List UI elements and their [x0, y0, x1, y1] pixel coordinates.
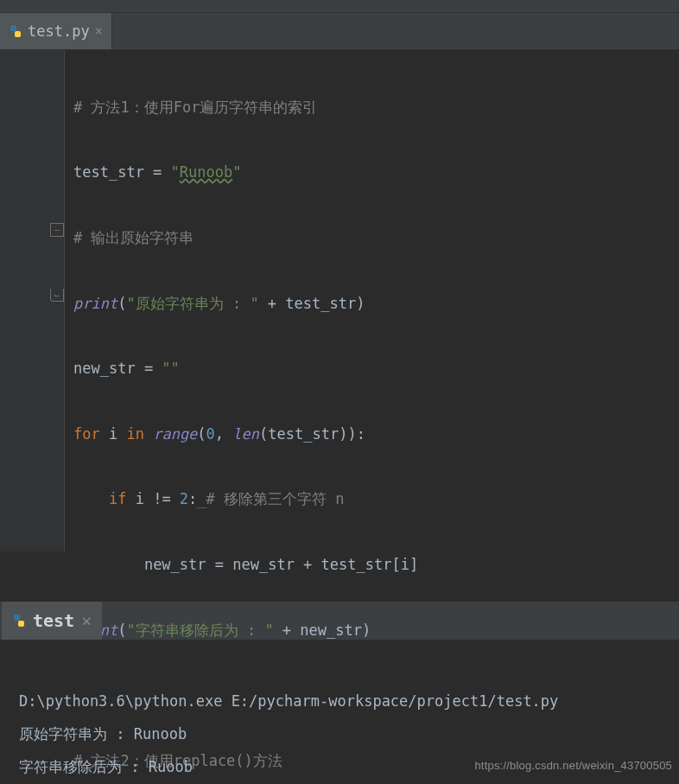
code-indent [73, 556, 144, 573]
close-icon[interactable]: × [81, 610, 92, 631]
svg-rect-2 [14, 615, 20, 621]
code-text: , [215, 425, 232, 443]
code-text: ( [117, 295, 126, 312]
code-text: + new_str) [274, 621, 371, 639]
code-text: new_str = [73, 360, 162, 377]
code-text [144, 425, 153, 443]
python-file-icon [9, 24, 22, 38]
code-builtin: range [153, 425, 197, 443]
svg-rect-3 [18, 621, 24, 627]
gutter: − ⌙ [0, 50, 65, 551]
fold-minus-icon[interactable]: − [50, 223, 64, 237]
console-line: 原始字符串为 : Runoob [19, 725, 187, 743]
console-line: 字符串移除后为 : Ruoob [19, 758, 193, 775]
tab-test-py[interactable]: test.py × [0, 13, 112, 49]
editor-area: − ⌙ # 方法1：使用For遍历字符串的索引 test_str = "Runo… [0, 49, 679, 551]
code-comment: # 方法1：使用For遍历字符串的索引 [73, 99, 317, 116]
run-tab-label: test [33, 610, 74, 631]
code-text: : [188, 490, 197, 507]
code-string: "字符串移除后为 : " [126, 621, 273, 639]
code-string: Runoob [180, 163, 232, 181]
code-number: 2 [180, 490, 188, 507]
code-indent [73, 490, 109, 507]
editor-tab-bar: test.py × [0, 13, 679, 49]
code-text: ( [117, 621, 126, 639]
code-string: "" [162, 360, 179, 377]
watermark-text: https://blog.csdn.net/weixin_43700505 [474, 759, 672, 772]
svg-rect-0 [10, 25, 16, 31]
window-top-strip [0, 0, 679, 13]
code-number: 0 [206, 425, 215, 443]
code-text: i != [126, 490, 179, 507]
code-string: " [171, 163, 180, 181]
run-tab-test[interactable]: test × [2, 602, 102, 640]
code-text: new_str = new_str + test_str[i] [144, 556, 418, 573]
code-text: (test_str)): [259, 425, 365, 443]
code-builtin: print [73, 295, 117, 312]
code-builtin: len [232, 425, 259, 443]
code-text: ( [197, 425, 206, 443]
code-keyword: if [109, 490, 126, 507]
code-string: "原始字符串为 : " [126, 295, 258, 312]
svg-rect-1 [15, 31, 21, 37]
close-icon[interactable]: × [95, 23, 103, 39]
code-text: i [100, 425, 127, 443]
code-text: test_str = [73, 163, 171, 181]
console-line: D:\python3.6\python.exe E:/pycharm-works… [19, 692, 558, 710]
code-comment: # 移除第三个字符 n [206, 490, 345, 507]
code-string: " [232, 163, 241, 181]
code-keyword: for [73, 425, 100, 443]
code-text: + test_str) [259, 295, 365, 312]
tab-label: test.py [28, 22, 90, 40]
code-editor[interactable]: # 方法1：使用For遍历字符串的索引 test_str = "Runoob" … [65, 50, 679, 551]
python-run-icon [12, 614, 26, 628]
code-comment: # 输出原始字符串 [73, 229, 194, 246]
code-keyword: in [126, 425, 143, 443]
fold-end-icon[interactable]: ⌙ [50, 289, 64, 302]
code-warn [197, 490, 206, 508]
